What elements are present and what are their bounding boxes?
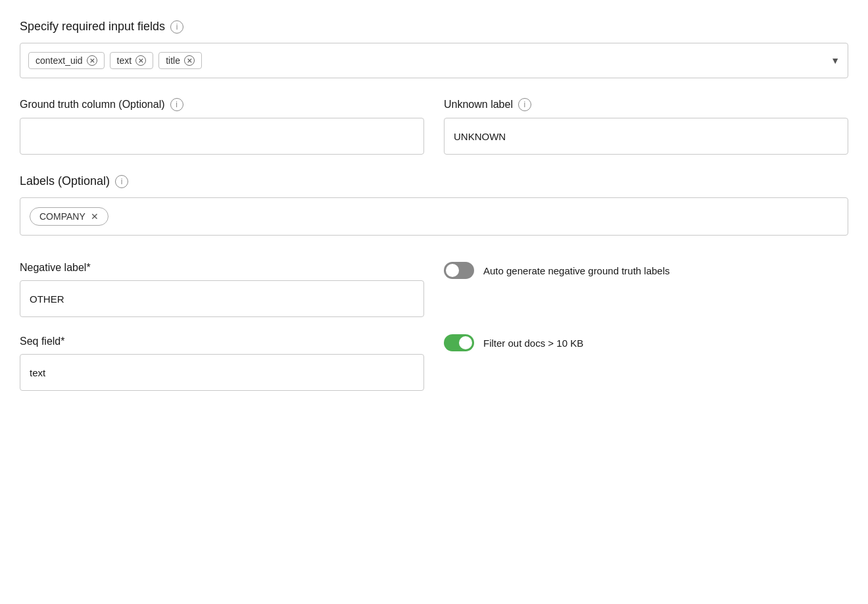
right-toggles-col: Auto generate negative ground truth labe…	[444, 262, 848, 391]
negative-label-field-group: Negative label*	[20, 262, 424, 317]
ground-truth-input[interactable]	[20, 118, 424, 155]
unknown-label-label: Unknown label	[444, 99, 513, 111]
filter-docs-toggle-row: Filter out docs > 10 KB	[444, 334, 848, 351]
labels-input-container[interactable]: COMPANY ✕	[20, 197, 848, 236]
auto-generate-thumb	[446, 264, 459, 277]
ground-truth-label: Ground truth column (Optional)	[20, 99, 165, 111]
tag-title-remove[interactable]: ✕	[184, 55, 195, 66]
seq-field-input[interactable]	[20, 354, 424, 391]
seq-field-label: Seq field*	[20, 336, 65, 347]
auto-generate-toggle[interactable]	[444, 262, 474, 279]
auto-generate-label: Auto generate negative ground truth labe…	[483, 265, 670, 276]
filter-docs-thumb	[459, 336, 472, 349]
tag-text-remove[interactable]: ✕	[135, 55, 146, 66]
tag-title: title ✕	[158, 52, 202, 69]
unknown-label-info-icon[interactable]: i	[518, 98, 531, 111]
tag-company: COMPANY ✕	[30, 207, 108, 226]
required-fields-input[interactable]: context_uid ✕ text ✕ title ✕ ▼	[20, 43, 848, 78]
unknown-label-input[interactable]	[444, 118, 848, 155]
unknown-label-field-group: Unknown label i	[444, 98, 848, 155]
filter-docs-label: Filter out docs > 10 KB	[483, 338, 583, 349]
tags-dropdown-arrow[interactable]: ▼	[831, 55, 840, 66]
tag-text: text ✕	[110, 52, 154, 69]
auto-generate-toggle-row: Auto generate negative ground truth labe…	[444, 262, 848, 279]
bottom-section: Negative label* Seq field* Auto generate…	[20, 262, 848, 391]
negative-label-label: Negative label*	[20, 262, 91, 274]
left-inputs-col: Negative label* Seq field*	[20, 262, 424, 391]
labels-label: Labels (Optional)	[20, 174, 110, 188]
tag-company-remove[interactable]: ✕	[91, 211, 99, 222]
specify-fields-label: Specify required input fields	[20, 20, 165, 34]
negative-label-input[interactable]	[20, 280, 424, 317]
ground-truth-info-icon[interactable]: i	[170, 98, 183, 111]
ground-truth-field-group: Ground truth column (Optional) i	[20, 98, 424, 155]
labels-section: Labels (Optional) i COMPANY ✕	[20, 174, 848, 236]
specify-fields-info-icon[interactable]: i	[170, 20, 183, 34]
tag-context_uid-remove[interactable]: ✕	[87, 55, 97, 66]
labels-info-icon[interactable]: i	[115, 175, 128, 188]
filter-docs-toggle[interactable]	[444, 334, 474, 351]
tag-context_uid: context_uid ✕	[28, 52, 105, 69]
seq-field-group: Seq field*	[20, 336, 424, 391]
